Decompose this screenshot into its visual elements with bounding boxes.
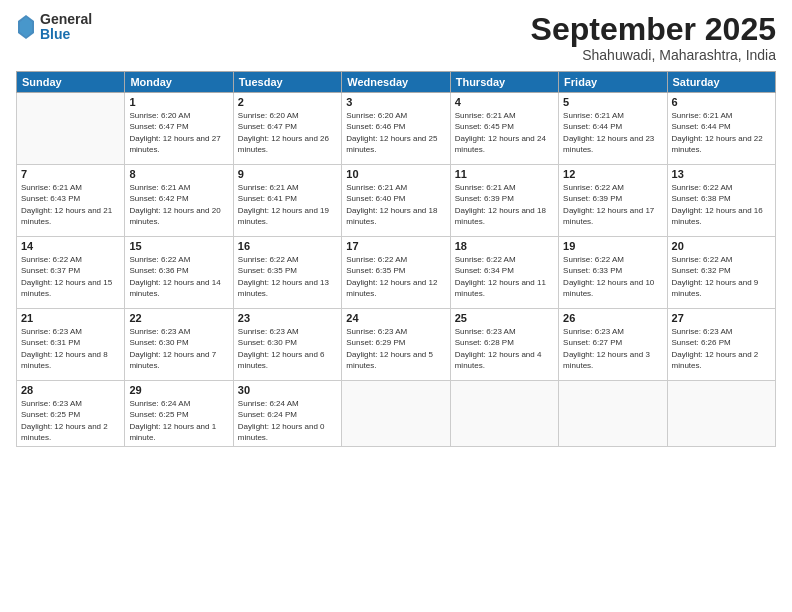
logo: General Blue (16, 12, 92, 43)
location-subtitle: Shahuwadi, Maharashtra, India (531, 47, 776, 63)
cell-info: Sunrise: 6:22 AM Sunset: 6:38 PM Dayligh… (672, 182, 771, 227)
week-row-1: 1Sunrise: 6:20 AM Sunset: 6:47 PM Daylig… (17, 93, 776, 165)
day-number: 10 (346, 168, 445, 180)
col-saturday: Saturday (667, 72, 775, 93)
cell-info: Sunrise: 6:22 AM Sunset: 6:35 PM Dayligh… (238, 254, 337, 299)
cell-0-5: 5Sunrise: 6:21 AM Sunset: 6:44 PM Daylig… (559, 93, 667, 165)
logo-icon (16, 13, 36, 41)
cell-4-2: 30Sunrise: 6:24 AM Sunset: 6:24 PM Dayli… (233, 381, 341, 447)
month-title: September 2025 (531, 12, 776, 47)
col-thursday: Thursday (450, 72, 558, 93)
cell-4-1: 29Sunrise: 6:24 AM Sunset: 6:25 PM Dayli… (125, 381, 233, 447)
cell-2-5: 19Sunrise: 6:22 AM Sunset: 6:33 PM Dayli… (559, 237, 667, 309)
cell-3-5: 26Sunrise: 6:23 AM Sunset: 6:27 PM Dayli… (559, 309, 667, 381)
cell-info: Sunrise: 6:21 AM Sunset: 6:44 PM Dayligh… (672, 110, 771, 155)
day-number: 19 (563, 240, 662, 252)
cell-3-0: 21Sunrise: 6:23 AM Sunset: 6:31 PM Dayli… (17, 309, 125, 381)
cell-info: Sunrise: 6:21 AM Sunset: 6:43 PM Dayligh… (21, 182, 120, 227)
col-monday: Monday (125, 72, 233, 93)
logo-general-text: General (40, 12, 92, 27)
logo-text: General Blue (40, 12, 92, 43)
cell-info: Sunrise: 6:21 AM Sunset: 6:45 PM Dayligh… (455, 110, 554, 155)
cell-4-3 (342, 381, 450, 447)
day-number: 30 (238, 384, 337, 396)
logo-blue-text: Blue (40, 27, 92, 42)
cell-4-0: 28Sunrise: 6:23 AM Sunset: 6:25 PM Dayli… (17, 381, 125, 447)
cell-info: Sunrise: 6:23 AM Sunset: 6:30 PM Dayligh… (129, 326, 228, 371)
cell-2-0: 14Sunrise: 6:22 AM Sunset: 6:37 PM Dayli… (17, 237, 125, 309)
cell-info: Sunrise: 6:22 AM Sunset: 6:34 PM Dayligh… (455, 254, 554, 299)
title-block: September 2025 Shahuwadi, Maharashtra, I… (531, 12, 776, 63)
cell-info: Sunrise: 6:22 AM Sunset: 6:36 PM Dayligh… (129, 254, 228, 299)
cell-2-2: 16Sunrise: 6:22 AM Sunset: 6:35 PM Dayli… (233, 237, 341, 309)
cell-info: Sunrise: 6:22 AM Sunset: 6:37 PM Dayligh… (21, 254, 120, 299)
day-number: 27 (672, 312, 771, 324)
cell-info: Sunrise: 6:20 AM Sunset: 6:46 PM Dayligh… (346, 110, 445, 155)
day-number: 5 (563, 96, 662, 108)
week-row-4: 21Sunrise: 6:23 AM Sunset: 6:31 PM Dayli… (17, 309, 776, 381)
week-row-2: 7Sunrise: 6:21 AM Sunset: 6:43 PM Daylig… (17, 165, 776, 237)
cell-info: Sunrise: 6:22 AM Sunset: 6:39 PM Dayligh… (563, 182, 662, 227)
page: General Blue September 2025 Shahuwadi, M… (0, 0, 792, 612)
cell-info: Sunrise: 6:20 AM Sunset: 6:47 PM Dayligh… (238, 110, 337, 155)
cell-4-6 (667, 381, 775, 447)
cell-0-1: 1Sunrise: 6:20 AM Sunset: 6:47 PM Daylig… (125, 93, 233, 165)
day-number: 23 (238, 312, 337, 324)
col-friday: Friday (559, 72, 667, 93)
cell-info: Sunrise: 6:23 AM Sunset: 6:27 PM Dayligh… (563, 326, 662, 371)
day-number: 6 (672, 96, 771, 108)
day-number: 14 (21, 240, 120, 252)
day-number: 13 (672, 168, 771, 180)
day-number: 4 (455, 96, 554, 108)
cell-4-4 (450, 381, 558, 447)
cell-1-2: 9Sunrise: 6:21 AM Sunset: 6:41 PM Daylig… (233, 165, 341, 237)
cell-info: Sunrise: 6:20 AM Sunset: 6:47 PM Dayligh… (129, 110, 228, 155)
day-number: 28 (21, 384, 120, 396)
day-number: 3 (346, 96, 445, 108)
day-number: 16 (238, 240, 337, 252)
cell-info: Sunrise: 6:23 AM Sunset: 6:26 PM Dayligh… (672, 326, 771, 371)
cell-4-5 (559, 381, 667, 447)
cell-1-6: 13Sunrise: 6:22 AM Sunset: 6:38 PM Dayli… (667, 165, 775, 237)
cell-1-4: 11Sunrise: 6:21 AM Sunset: 6:39 PM Dayli… (450, 165, 558, 237)
cell-info: Sunrise: 6:22 AM Sunset: 6:33 PM Dayligh… (563, 254, 662, 299)
cell-info: Sunrise: 6:23 AM Sunset: 6:30 PM Dayligh… (238, 326, 337, 371)
day-number: 7 (21, 168, 120, 180)
cell-3-3: 24Sunrise: 6:23 AM Sunset: 6:29 PM Dayli… (342, 309, 450, 381)
cell-info: Sunrise: 6:23 AM Sunset: 6:25 PM Dayligh… (21, 398, 120, 443)
cell-2-1: 15Sunrise: 6:22 AM Sunset: 6:36 PM Dayli… (125, 237, 233, 309)
cell-1-5: 12Sunrise: 6:22 AM Sunset: 6:39 PM Dayli… (559, 165, 667, 237)
cell-2-3: 17Sunrise: 6:22 AM Sunset: 6:35 PM Dayli… (342, 237, 450, 309)
cell-info: Sunrise: 6:21 AM Sunset: 6:42 PM Dayligh… (129, 182, 228, 227)
day-number: 1 (129, 96, 228, 108)
cell-1-1: 8Sunrise: 6:21 AM Sunset: 6:42 PM Daylig… (125, 165, 233, 237)
cell-info: Sunrise: 6:21 AM Sunset: 6:41 PM Dayligh… (238, 182, 337, 227)
week-row-5: 28Sunrise: 6:23 AM Sunset: 6:25 PM Dayli… (17, 381, 776, 447)
day-number: 17 (346, 240, 445, 252)
cell-1-0: 7Sunrise: 6:21 AM Sunset: 6:43 PM Daylig… (17, 165, 125, 237)
cell-0-4: 4Sunrise: 6:21 AM Sunset: 6:45 PM Daylig… (450, 93, 558, 165)
header-row: Sunday Monday Tuesday Wednesday Thursday… (17, 72, 776, 93)
cell-2-4: 18Sunrise: 6:22 AM Sunset: 6:34 PM Dayli… (450, 237, 558, 309)
cell-1-3: 10Sunrise: 6:21 AM Sunset: 6:40 PM Dayli… (342, 165, 450, 237)
cell-2-6: 20Sunrise: 6:22 AM Sunset: 6:32 PM Dayli… (667, 237, 775, 309)
day-number: 12 (563, 168, 662, 180)
cell-0-6: 6Sunrise: 6:21 AM Sunset: 6:44 PM Daylig… (667, 93, 775, 165)
day-number: 18 (455, 240, 554, 252)
day-number: 9 (238, 168, 337, 180)
cell-info: Sunrise: 6:21 AM Sunset: 6:44 PM Dayligh… (563, 110, 662, 155)
cell-info: Sunrise: 6:23 AM Sunset: 6:28 PM Dayligh… (455, 326, 554, 371)
day-number: 26 (563, 312, 662, 324)
cell-3-1: 22Sunrise: 6:23 AM Sunset: 6:30 PM Dayli… (125, 309, 233, 381)
cell-info: Sunrise: 6:21 AM Sunset: 6:39 PM Dayligh… (455, 182, 554, 227)
cell-0-2: 2Sunrise: 6:20 AM Sunset: 6:47 PM Daylig… (233, 93, 341, 165)
cell-0-0 (17, 93, 125, 165)
cell-info: Sunrise: 6:22 AM Sunset: 6:35 PM Dayligh… (346, 254, 445, 299)
header: General Blue September 2025 Shahuwadi, M… (16, 12, 776, 63)
day-number: 22 (129, 312, 228, 324)
cell-info: Sunrise: 6:22 AM Sunset: 6:32 PM Dayligh… (672, 254, 771, 299)
week-row-3: 14Sunrise: 6:22 AM Sunset: 6:37 PM Dayli… (17, 237, 776, 309)
cell-3-6: 27Sunrise: 6:23 AM Sunset: 6:26 PM Dayli… (667, 309, 775, 381)
cell-3-4: 25Sunrise: 6:23 AM Sunset: 6:28 PM Dayli… (450, 309, 558, 381)
col-tuesday: Tuesday (233, 72, 341, 93)
